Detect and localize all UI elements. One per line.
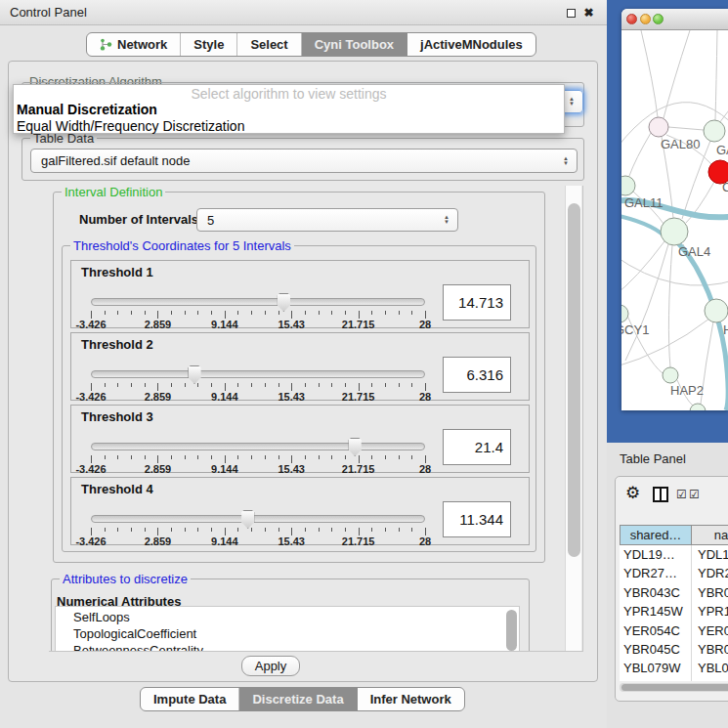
cell-shared-name[interactable]: YBR043C <box>620 583 691 603</box>
tab-discretize-data[interactable]: Discretize Data <box>239 688 357 710</box>
table-row[interactable]: YBL079WYBL079W <box>620 659 728 678</box>
cell-shared-name[interactable]: YPR145W <box>620 602 691 621</box>
columns-icon[interactable] <box>653 487 668 502</box>
network-edge[interactable] <box>668 245 672 367</box>
tick-mark <box>359 455 360 463</box>
list-scrollbar[interactable] <box>506 610 517 651</box>
number-of-intervals-combobox[interactable]: 5 ▲▼ <box>196 208 458 232</box>
tick-mark <box>278 311 279 315</box>
cell-name[interactable]: YDL19… <box>691 545 728 565</box>
tick-mark <box>359 311 360 319</box>
tick-mark <box>399 311 400 315</box>
network-node[interactable] <box>649 117 668 137</box>
tab-jactivemnodules[interactable]: jActiveMNodules <box>407 33 535 56</box>
table-row[interactable]: YER054CYER054C <box>620 621 728 641</box>
cell-name[interactable]: YLR345W <box>691 678 728 681</box>
tick-mark <box>359 383 360 391</box>
tab-infer-network[interactable]: Infer Network <box>358 688 464 710</box>
cell-shared-name[interactable]: YER054C <box>620 621 691 641</box>
checked-checkbox-icon[interactable]: ☑ <box>689 488 700 501</box>
cell-shared-name[interactable]: YDR27… <box>620 564 691 583</box>
network-edge-thick[interactable] <box>621 214 667 239</box>
algorithm-dropdown-popup: Select algorithm to view settings Manual… <box>13 84 565 134</box>
cell-name[interactable]: YBR045C <box>691 640 728 660</box>
cell-shared-name[interactable]: YBR045C <box>620 640 691 660</box>
threshold-value-field[interactable]: 21.4 <box>443 429 511 465</box>
tab-style[interactable]: Style <box>181 33 237 56</box>
threshold-slider-thumb[interactable] <box>348 438 363 456</box>
table-row[interactable]: YPR145WYPR145W <box>620 602 728 621</box>
threshold-slider-thumb[interactable] <box>188 365 202 384</box>
tick-mark <box>359 528 360 535</box>
threshold-value-field[interactable]: 6.316 <box>443 357 511 393</box>
table-hscrollbar-thumb[interactable] <box>621 684 728 691</box>
network-canvas[interactable]: GAL80GACGAL11GAL4GCY1HHAP2 <box>621 30 728 410</box>
table-data-combobox[interactable]: galFiltered.sif default node ▲▼ <box>30 149 578 173</box>
cell-shared-name[interactable]: YLR345W <box>620 678 691 681</box>
zoom-traffic-light-icon[interactable] <box>653 14 664 24</box>
threshold-slider-track[interactable] <box>91 515 425 523</box>
table-row[interactable]: YDL19…YDL19… <box>620 545 728 565</box>
settings-scrollbar-thumb[interactable] <box>568 203 580 557</box>
list-item[interactable]: BetweennessCentrality <box>73 643 203 652</box>
network-edge[interactable] <box>668 127 704 130</box>
network-edge[interactable] <box>625 244 668 361</box>
network-window-titlebar[interactable] <box>621 9 728 30</box>
threshold-slider-track[interactable] <box>91 370 425 378</box>
tick-mark <box>319 383 320 387</box>
network-edge[interactable] <box>664 30 690 118</box>
network-node[interactable] <box>621 305 628 322</box>
threshold-value-field[interactable]: 14.713 <box>443 284 511 321</box>
network-edge[interactable] <box>621 255 728 285</box>
threshold-slider-track[interactable] <box>91 443 425 450</box>
apply-button[interactable]: Apply <box>241 656 300 676</box>
dropdown-option-equal-width[interactable]: Equal Width/Frequency Discretization <box>14 117 564 135</box>
minimize-traffic-light-icon[interactable] <box>640 14 651 24</box>
table-body: YDL19…YDL19…YDR27…YDR27…YBR043CYBR043CYP… <box>620 545 728 681</box>
table-row[interactable]: YDR27…YDR27… <box>620 564 728 583</box>
network-edge[interactable] <box>641 30 658 117</box>
cell-shared-name[interactable]: YDL19… <box>620 545 691 565</box>
gear-icon[interactable]: ⚙ <box>625 483 640 503</box>
tab-cyni-toolbox[interactable]: Cyni Toolbox <box>302 33 407 56</box>
column-header-shared-name[interactable]: shared… <box>620 525 692 545</box>
threshold-slider-track[interactable] <box>91 298 425 306</box>
network-node[interactable] <box>621 176 635 195</box>
table-hscrollbar-track[interactable] <box>620 683 728 692</box>
network-edge[interactable] <box>682 141 710 219</box>
network-edge[interactable] <box>715 30 717 120</box>
cell-name[interactable]: YPR145W <box>691 602 728 621</box>
network-node[interactable] <box>663 367 678 383</box>
close-icon[interactable]: ✖ <box>582 7 595 20</box>
network-edge[interactable] <box>629 133 651 176</box>
dropdown-option-manual-discretization[interactable]: Manual Discretization <box>14 101 564 118</box>
list-item[interactable]: SelfLoops <box>73 610 130 626</box>
tick-mark <box>117 455 118 459</box>
tab-network[interactable]: Network <box>87 33 181 56</box>
tab-select[interactable]: Select <box>237 33 301 56</box>
table-row[interactable]: YBR043CYBR043C <box>620 583 728 603</box>
list-item[interactable]: TopologicalCoefficient <box>73 626 196 643</box>
threshold-value-field[interactable]: 11.344 <box>443 501 511 537</box>
checked-checkbox-icon[interactable]: ☑ <box>676 488 687 501</box>
threshold-slider-thumb[interactable] <box>277 293 291 312</box>
threshold-slider-thumb[interactable] <box>240 510 255 529</box>
settings-scrollbar-track[interactable] <box>565 186 581 652</box>
network-node[interactable] <box>704 120 725 142</box>
network-edge[interactable] <box>719 99 728 123</box>
tab-impute-data[interactable]: Impute Data <box>141 688 239 710</box>
cell-shared-name[interactable]: YBL079W <box>620 659 691 678</box>
close-traffic-light-icon[interactable] <box>626 14 637 24</box>
network-node[interactable] <box>705 299 728 322</box>
cell-name[interactable]: YBR043C <box>691 583 728 603</box>
column-header-name[interactable]: name <box>691 525 728 545</box>
table-row[interactable]: YLR345WYLR345W <box>620 678 728 681</box>
cell-name[interactable]: YDR27… <box>691 564 728 583</box>
network-edge[interactable] <box>621 241 664 296</box>
table-row[interactable]: YBR045CYBR045C <box>620 640 728 660</box>
float-window-icon[interactable] <box>567 9 576 18</box>
cell-name[interactable]: YER054C <box>691 621 728 641</box>
tick-label: -3.426 <box>75 319 106 330</box>
network-node[interactable] <box>661 218 688 245</box>
cell-name[interactable]: YBL079W <box>691 659 728 678</box>
